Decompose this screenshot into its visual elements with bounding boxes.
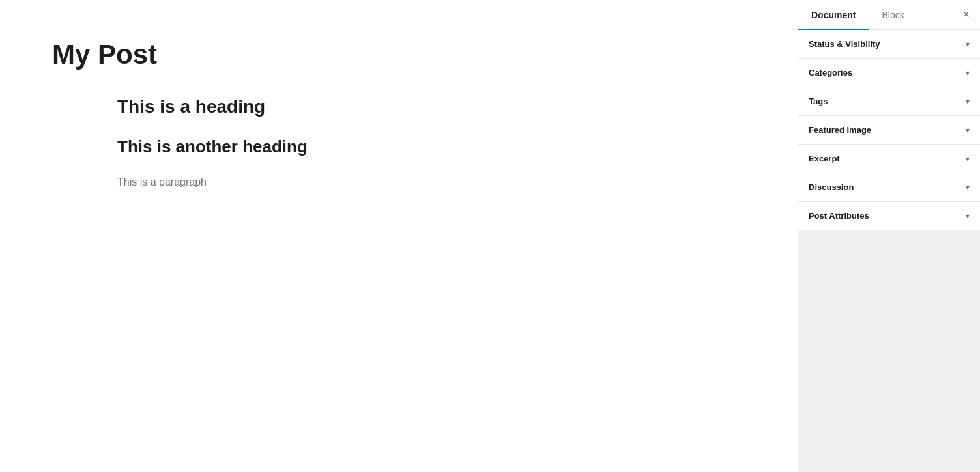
panel-discussion-label: Discussion bbox=[809, 182, 854, 192]
panel-excerpt-label: Excerpt bbox=[809, 154, 840, 163]
chevron-down-icon: ▾ bbox=[966, 183, 970, 192]
chevron-down-icon: ▾ bbox=[966, 154, 970, 163]
panel-featured-image-label: Featured Image bbox=[809, 125, 871, 135]
panel-status-visibility-label: Status & Visibility bbox=[809, 39, 880, 49]
panel-post-attributes[interactable]: Post Attributes ▾ bbox=[798, 202, 980, 230]
heading-1[interactable]: This is a heading bbox=[117, 96, 745, 117]
panel-categories[interactable]: Categories ▾ bbox=[798, 59, 980, 87]
panel-status-visibility[interactable]: Status & Visibility ▾ bbox=[798, 30, 980, 59]
chevron-down-icon: ▾ bbox=[966, 212, 970, 221]
sidebar-panels: Status & Visibility ▾ Categories ▾ Tags … bbox=[798, 30, 980, 472]
chevron-down-icon: ▾ bbox=[966, 68, 970, 77]
panel-tags-label: Tags bbox=[809, 96, 828, 106]
panel-post-attributes-label: Post Attributes bbox=[809, 211, 869, 221]
post-title[interactable]: My Post bbox=[52, 39, 745, 70]
paragraph-text[interactable]: This is a paragraph bbox=[117, 176, 745, 188]
panel-discussion[interactable]: Discussion ▾ bbox=[798, 173, 980, 202]
panel-categories-label: Categories bbox=[809, 68, 852, 77]
content-area: This is a heading This is another headin… bbox=[52, 96, 745, 188]
panel-featured-image[interactable]: Featured Image ▾ bbox=[798, 116, 980, 145]
heading-2[interactable]: This is another heading bbox=[117, 137, 745, 157]
sidebar-header: Document Block × bbox=[798, 0, 980, 30]
tab-document[interactable]: Document bbox=[798, 1, 869, 29]
sidebar: Document Block × Status & Visibility ▾ C… bbox=[798, 0, 980, 472]
editor-area[interactable]: My Post This is a heading This is anothe… bbox=[0, 0, 798, 472]
panel-excerpt[interactable]: Excerpt ▾ bbox=[798, 145, 980, 173]
close-button[interactable]: × bbox=[952, 0, 980, 29]
panel-tags[interactable]: Tags ▾ bbox=[798, 87, 980, 116]
chevron-down-icon: ▾ bbox=[966, 40, 970, 49]
sidebar-bottom-space bbox=[798, 230, 980, 283]
chevron-down-icon: ▾ bbox=[966, 97, 970, 106]
tab-block[interactable]: Block bbox=[869, 1, 917, 29]
chevron-down-icon: ▾ bbox=[966, 126, 970, 135]
